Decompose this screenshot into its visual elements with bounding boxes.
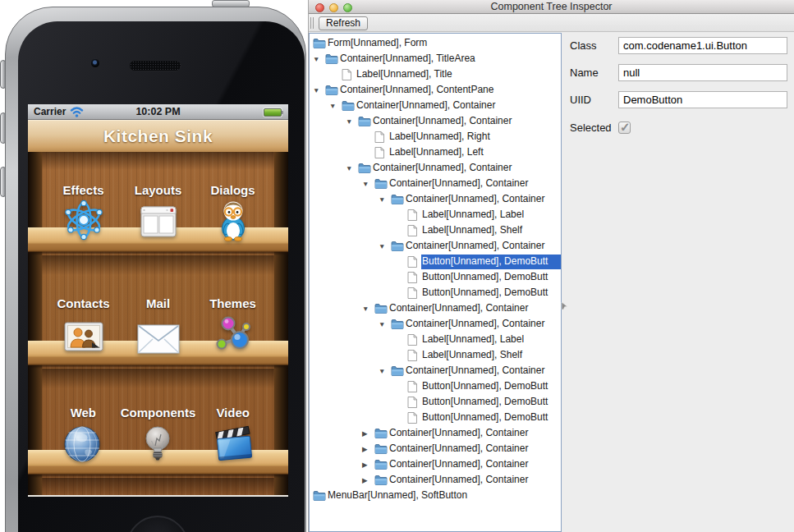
expand-arrow-icon[interactable]: ▶ — [362, 445, 374, 453]
molecule-icon[interactable] — [213, 312, 254, 355]
close-window-button[interactable] — [315, 3, 324, 12]
tree-node-label[interactable]: Button[Unnamed], DemoButt — [421, 410, 561, 425]
tree-node-label[interactable]: Container[Unnamed], TitleArea — [339, 52, 561, 66]
collapse-arrow-icon[interactable]: ▼ — [329, 102, 342, 110]
tree-node[interactable]: ▼Container[Unnamed], Container — [310, 98, 561, 113]
tree-node[interactable]: MenuBar[Unnamed], SoftButton — [310, 488, 561, 503]
tree-node-label[interactable]: Container[Unnamed], Container — [388, 301, 561, 316]
tree-node-label[interactable]: Label[Unnamed], Title — [356, 67, 561, 82]
app-item[interactable]: Video — [195, 406, 270, 464]
selected-checkbox[interactable] — [618, 122, 631, 134]
tree-node[interactable]: ▼Container[Unnamed], Container — [310, 300, 561, 316]
tree-node[interactable]: Button[Unnamed], DemoButt — [310, 254, 561, 269]
app-item[interactable]: Effects — [46, 183, 121, 241]
tree-node[interactable]: Button[Unnamed], DemoButt — [310, 378, 561, 394]
tree-node-label[interactable]: Container[Unnamed], Container — [388, 457, 561, 472]
lightbulb-icon[interactable] — [137, 421, 178, 464]
tree-node-label[interactable]: Container[Unnamed], Container — [405, 192, 561, 207]
tree-node-label[interactable]: Button[Unnamed], DemoButt — [421, 379, 561, 394]
collapse-arrow-icon[interactable]: ▼ — [379, 242, 391, 250]
tree-node[interactable]: ▼Container[Unnamed], Container — [310, 160, 561, 176]
tree-node[interactable]: Button[Unnamed], DemoButt — [310, 394, 561, 410]
collapse-arrow-icon[interactable]: ▼ — [379, 367, 391, 375]
class-field[interactable] — [618, 37, 787, 54]
tree-node[interactable]: ▼Container[Unnamed], Container — [310, 363, 561, 378]
atom-icon[interactable] — [62, 199, 105, 241]
uiid-field[interactable] — [618, 91, 787, 108]
tree-node-label[interactable]: Container[Unnamed], Container — [356, 99, 561, 113]
penguin-icon[interactable] — [214, 199, 252, 241]
envelope-icon[interactable] — [136, 312, 181, 355]
tree-node-label[interactable]: Label[Unnamed], Label — [421, 332, 561, 347]
tree-node[interactable]: ▶Container[Unnamed], Container — [310, 472, 561, 488]
tree-node[interactable]: Label[Unnamed], Label — [310, 207, 561, 222]
globe-icon[interactable] — [62, 421, 103, 464]
refresh-button[interactable]: Refresh — [319, 16, 368, 30]
clapperboard-icon[interactable] — [211, 421, 255, 464]
tree-node[interactable]: ▼Container[Unnamed], Container — [310, 176, 561, 191]
app-item[interactable]: Mail — [121, 296, 195, 355]
tree-node[interactable]: Form[Unnamed], Form — [310, 35, 561, 51]
tree-node-label[interactable]: Container[Unnamed], Container — [405, 317, 561, 332]
tree-node-label[interactable]: Container[Unnamed], Container — [405, 364, 561, 378]
tree-node-label[interactable]: Label[Unnamed], Shelf — [421, 223, 561, 238]
tree-node[interactable]: Label[Unnamed], Left — [310, 144, 561, 160]
tree-node-label[interactable]: Label[Unnamed], Label — [421, 208, 561, 222]
tree-node-label[interactable]: Button[Unnamed], DemoButt — [421, 255, 561, 269]
tree-node[interactable]: ▶Container[Unnamed], Container — [310, 425, 561, 441]
collapse-arrow-icon[interactable]: ▼ — [346, 117, 358, 126]
tree-node[interactable]: Label[Unnamed], Label — [310, 332, 561, 347]
tree-node-label[interactable]: Container[Unnamed], Container — [388, 426, 561, 441]
tree-node[interactable]: ▼Container[Unnamed], Container — [310, 113, 561, 129]
tree-node[interactable]: Label[Unnamed], Shelf — [310, 347, 561, 363]
tree-node[interactable]: Label[Unnamed], Right — [310, 129, 561, 144]
tree-node-label[interactable]: Container[Unnamed], Container — [372, 161, 561, 176]
expand-arrow-icon[interactable]: ▶ — [362, 461, 374, 469]
expand-arrow-icon[interactable]: ▶ — [362, 476, 374, 484]
component-tree[interactable]: Form[Unnamed], Form▼Container[Unnamed], … — [309, 33, 562, 532]
collapse-arrow-icon[interactable]: ▼ — [379, 195, 391, 204]
app-item[interactable]: Contacts — [46, 296, 121, 355]
tree-node[interactable]: Button[Unnamed], DemoButt — [310, 269, 561, 285]
layout-window-icon[interactable] — [138, 199, 179, 241]
tree-node-label[interactable]: Container[Unnamed], Container — [372, 114, 561, 129]
window-titlebar[interactable]: Component Tree Inspector — [309, 0, 794, 14]
tree-node-label[interactable]: Container[Unnamed], Container — [388, 177, 561, 191]
tree-node-label[interactable]: Button[Unnamed], DemoButt — [421, 270, 561, 285]
collapse-arrow-icon[interactable]: ▼ — [362, 180, 374, 188]
tree-node[interactable]: ▼Container[Unnamed], ContentPane — [310, 82, 561, 98]
tree-node-label[interactable]: Container[Unnamed], ContentPane — [339, 83, 561, 98]
tree-node[interactable]: ▼Container[Unnamed], TitleArea — [310, 51, 561, 66]
app-item[interactable]: Themes — [195, 296, 270, 355]
tree-node[interactable]: Button[Unnamed], DemoButt — [310, 285, 561, 300]
tree-node-label[interactable]: MenuBar[Unnamed], SoftButton — [327, 488, 561, 503]
tree-node[interactable]: Label[Unnamed], Title — [310, 66, 561, 82]
tree-node[interactable]: ▶Container[Unnamed], Container — [310, 441, 561, 456]
toolbar-drag-handle-icon[interactable] — [310, 17, 314, 29]
app-item[interactable]: Layouts — [121, 183, 195, 241]
tree-node-label[interactable]: Label[Unnamed], Shelf — [421, 348, 561, 363]
tree-node[interactable]: ▼Container[Unnamed], Container — [310, 238, 561, 254]
collapse-arrow-icon[interactable]: ▼ — [313, 55, 325, 63]
tree-node[interactable]: ▼Container[Unnamed], Container — [310, 191, 561, 207]
expand-arrow-icon[interactable]: ▶ — [362, 429, 374, 438]
collapse-arrow-icon[interactable]: ▼ — [313, 86, 325, 94]
tree-node-label[interactable]: Button[Unnamed], DemoButt — [421, 286, 561, 300]
tree-node-label[interactable]: Container[Unnamed], Container — [388, 473, 561, 488]
app-item[interactable]: Components — [121, 406, 196, 464]
tree-node-label[interactable]: Container[Unnamed], Container — [388, 442, 561, 456]
zoom-window-button[interactable] — [343, 3, 352, 12]
tree-node[interactable]: Label[Unnamed], Shelf — [310, 222, 561, 238]
tree-node[interactable]: ▼Container[Unnamed], Container — [310, 316, 561, 332]
tree-node-label[interactable]: Label[Unnamed], Right — [388, 130, 561, 144]
collapse-arrow-icon[interactable]: ▼ — [346, 164, 358, 172]
tree-node-label[interactable]: Form[Unnamed], Form — [327, 36, 561, 51]
tree-node[interactable]: ▶Container[Unnamed], Container — [310, 456, 561, 472]
tree-node-label[interactable]: Button[Unnamed], DemoButt — [421, 395, 561, 410]
tree-node-label[interactable]: Label[Unnamed], Left — [388, 145, 561, 160]
collapse-arrow-icon[interactable]: ▼ — [379, 320, 391, 328]
minimize-window-button[interactable] — [329, 3, 338, 12]
app-item[interactable]: Dialogs — [195, 183, 270, 241]
collapse-arrow-icon[interactable]: ▼ — [362, 305, 374, 313]
tree-node[interactable]: Button[Unnamed], DemoButt — [310, 410, 561, 425]
